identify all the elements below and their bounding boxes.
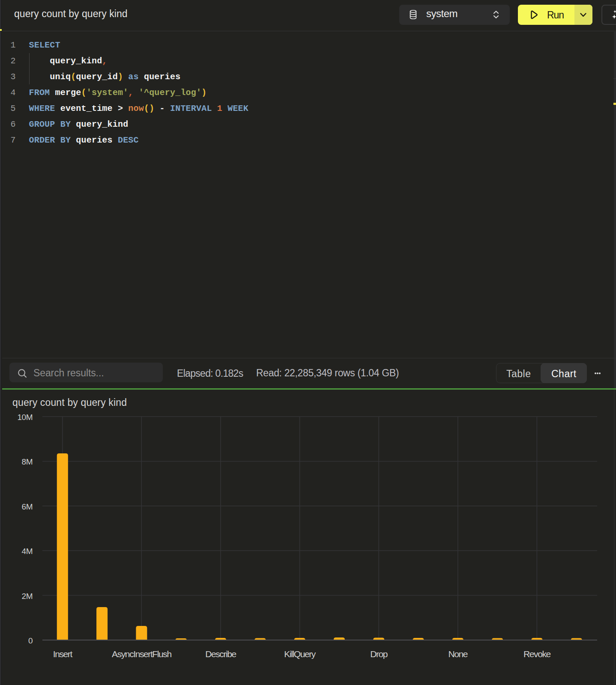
svg-text:Drop: Drop — [370, 649, 388, 659]
svg-text:Revoke: Revoke — [523, 649, 551, 659]
svg-text:10M: 10M — [18, 413, 33, 422]
svg-text:AsyncInsertFlush: AsyncInsertFlush — [112, 649, 171, 659]
svg-text:2M: 2M — [22, 592, 33, 601]
svg-text:Describe: Describe — [205, 649, 236, 659]
svg-text:4M: 4M — [22, 547, 33, 556]
svg-text:0: 0 — [28, 636, 33, 645]
svg-text:None: None — [448, 649, 467, 659]
svg-text:8M: 8M — [22, 457, 33, 466]
svg-text:6M: 6M — [22, 502, 33, 511]
svg-text:KillQuery: KillQuery — [284, 649, 316, 659]
svg-text:Insert: Insert — [53, 649, 73, 659]
